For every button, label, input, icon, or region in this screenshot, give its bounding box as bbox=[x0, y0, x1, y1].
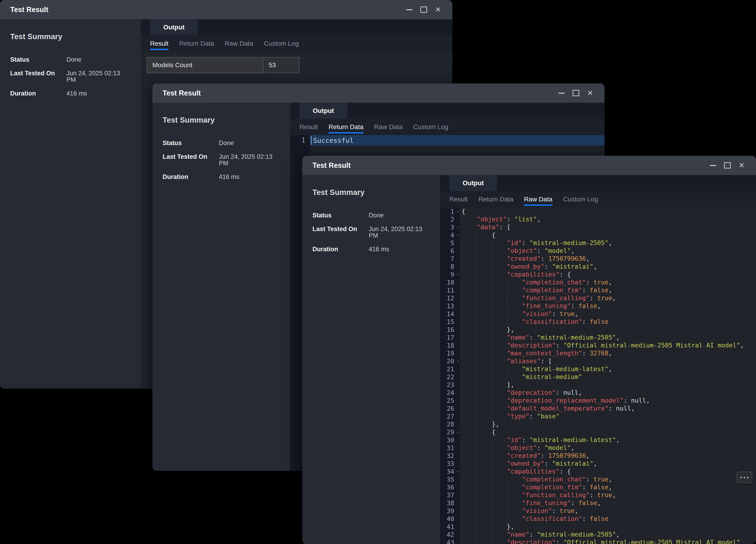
code-line: 22"mistral-medium" bbox=[440, 373, 756, 381]
tab-output[interactable]: Output bbox=[299, 103, 347, 119]
close-button[interactable]: ✕ bbox=[586, 89, 594, 97]
indent-guide bbox=[492, 270, 507, 279]
line-number: 1 bbox=[290, 135, 310, 145]
indent-guide bbox=[477, 318, 492, 326]
code-line: 7"created": 1750799636, bbox=[440, 255, 756, 262]
code-line: 26"default_model_temperature": null, bbox=[440, 405, 756, 412]
line-number: 22 bbox=[440, 373, 460, 381]
code-line: 16}, bbox=[440, 326, 756, 334]
line-number: 19 bbox=[440, 349, 460, 357]
indent-guide bbox=[462, 483, 477, 491]
close-button[interactable]: ✕ bbox=[737, 161, 746, 170]
close-button[interactable]: ✕ bbox=[434, 6, 442, 14]
code-text: "fine_tuning": false, bbox=[460, 302, 756, 310]
indent-guide bbox=[492, 357, 507, 365]
code-text: "function_calling": true, bbox=[460, 294, 756, 302]
line-number: 35 bbox=[440, 475, 460, 483]
code-line: 31"object": "model", bbox=[440, 444, 756, 452]
line-number: 32 bbox=[440, 452, 460, 460]
indent-guide bbox=[462, 302, 477, 310]
fold-toggle-icon[interactable]: ▾ bbox=[457, 209, 459, 214]
indent-guide bbox=[507, 279, 522, 286]
result-table-row[interactable]: Models Count 53 bbox=[147, 57, 299, 73]
minimize-button[interactable] bbox=[405, 6, 413, 14]
indent-guide bbox=[492, 405, 507, 412]
indent-guide bbox=[507, 373, 522, 381]
subtab-raw-data[interactable]: Raw Data bbox=[225, 35, 253, 52]
subtab-custom-log[interactable]: Custom Log bbox=[264, 35, 299, 52]
maximize-button[interactable] bbox=[723, 161, 731, 170]
summary-label: Last Tested On bbox=[10, 70, 66, 83]
subtab-return-data[interactable]: Return Data bbox=[328, 119, 363, 135]
summary-value: Jun 24, 2025 02:13 PM bbox=[219, 153, 280, 166]
fold-toggle-icon[interactable]: ▾ bbox=[457, 273, 459, 277]
code-text: "capabilities": { bbox=[460, 468, 756, 475]
indent-guide bbox=[492, 286, 507, 294]
titlebar[interactable]: Test Result ✕ bbox=[302, 156, 756, 175]
indent-guide bbox=[507, 491, 522, 499]
summary-rows: StatusDoneLast Tested OnJun 24, 2025 02:… bbox=[10, 56, 131, 97]
code-text: "function_calling": true, bbox=[460, 491, 756, 499]
subtab-return-data[interactable]: Return Data bbox=[478, 191, 513, 207]
indent-guide bbox=[477, 420, 492, 428]
code-text: "owned_by": "mistralai", bbox=[460, 262, 756, 270]
maximize-button[interactable] bbox=[572, 89, 580, 97]
code-line: 30"id": "mistral-medium-latest", bbox=[440, 436, 756, 444]
code-line: 43"description": "Official mistral-mediu… bbox=[440, 538, 756, 544]
subtab-raw-data[interactable]: Raw Data bbox=[524, 191, 552, 207]
indent-guide bbox=[477, 428, 492, 436]
tab-strip: Output bbox=[141, 19, 452, 35]
minimize-button[interactable] bbox=[557, 89, 566, 97]
subtab-result[interactable]: Result bbox=[150, 35, 168, 52]
code-line: 13"fine_tuning": false, bbox=[440, 302, 756, 310]
line-number: 40 bbox=[440, 515, 460, 523]
indent-guide bbox=[462, 373, 477, 381]
indent-guide bbox=[492, 279, 507, 286]
code-text: { bbox=[460, 428, 756, 436]
indent-guide bbox=[492, 334, 507, 342]
desktop-background: Test Result ✕ Test Summary StatusDoneLas… bbox=[0, 0, 756, 544]
indent-guide bbox=[492, 310, 507, 318]
code-text: "vision": true, bbox=[460, 310, 756, 318]
indent-guide bbox=[477, 365, 492, 373]
indent-guide bbox=[492, 381, 507, 389]
indent-guide bbox=[477, 515, 492, 523]
fold-toggle-icon[interactable]: ▾ bbox=[457, 359, 459, 364]
subtab-raw-data[interactable]: Raw Data bbox=[374, 119, 403, 135]
subtab-custom-log[interactable]: Custom Log bbox=[563, 191, 598, 207]
titlebar[interactable]: Test Result ✕ bbox=[152, 83, 605, 103]
indent-guide bbox=[462, 270, 477, 279]
tab-output[interactable]: Output bbox=[449, 175, 497, 191]
code-text: }, bbox=[460, 420, 756, 428]
fold-toggle-icon[interactable]: ▾ bbox=[457, 233, 459, 237]
code-text: "description": "Official mistral-medium-… bbox=[460, 538, 756, 544]
fold-toggle-icon[interactable]: ▾ bbox=[457, 430, 459, 434]
indent-guide bbox=[462, 334, 477, 342]
subtab-bar: ResultReturn DataRaw DataCustom Log bbox=[290, 119, 605, 135]
code-text: ], bbox=[460, 381, 756, 389]
indent-guide bbox=[492, 349, 507, 357]
code-line: 21"mistral-medium-latest", bbox=[440, 365, 756, 373]
indent-guide bbox=[462, 428, 477, 436]
subtab-result[interactable]: Result bbox=[449, 191, 468, 207]
indent-guide bbox=[507, 475, 522, 483]
indent-guide bbox=[507, 310, 522, 318]
minimize-button[interactable] bbox=[709, 161, 717, 170]
selected-code-line[interactable]: Successful bbox=[310, 135, 605, 145]
window-controls: ✕ bbox=[405, 6, 442, 14]
subtab-return-data[interactable]: Return Data bbox=[179, 35, 214, 52]
more-options-button[interactable]: ••• bbox=[737, 472, 752, 483]
code-text: }, bbox=[460, 326, 756, 334]
tab-output[interactable]: Output bbox=[150, 19, 198, 35]
line-number: 25 bbox=[440, 397, 460, 405]
maximize-button[interactable] bbox=[419, 6, 428, 14]
subtab-custom-log[interactable]: Custom Log bbox=[413, 119, 448, 135]
titlebar[interactable]: Test Result ✕ bbox=[0, 0, 452, 19]
window-controls: ✕ bbox=[557, 89, 594, 97]
indent-guide bbox=[462, 357, 477, 365]
code-line: 42"name": "mistral-medium-2505", bbox=[440, 531, 756, 538]
subtab-result[interactable]: Result bbox=[299, 119, 318, 135]
fold-toggle-icon[interactable]: ▾ bbox=[457, 225, 459, 229]
raw-data-json-editor[interactable]: 1▾{2"object": "list",3▾"data": [4▾{5"id"… bbox=[440, 207, 756, 544]
fold-toggle-icon[interactable]: ▾ bbox=[457, 469, 459, 474]
